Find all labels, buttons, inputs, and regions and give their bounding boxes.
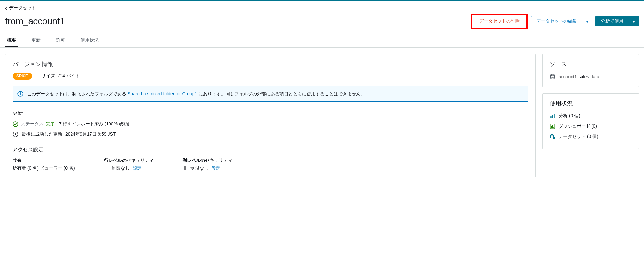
svg-rect-16 [553,127,554,128]
svg-rect-14 [551,126,552,128]
tab-refresh[interactable]: 更新 [30,34,43,47]
usage-panel: 使用状況 分析 (0 個) ダッシュボード (0) データセット (0 個) [542,93,639,149]
spice-badge: SPICE [13,73,32,80]
row-security-value: 制限なし [112,165,130,171]
no-restriction-icon [104,166,109,171]
info-banner-text: このデータセットは、制限されたフォルダである Shared restricted… [27,90,365,97]
col-security-config-link[interactable]: 設定 [212,165,220,171]
page-title: from_account1 [5,16,65,26]
delete-dataset-button[interactable]: データセットの削除 [474,16,525,26]
col-security-value: 制限なし [190,165,208,171]
status-value: 完了 [46,121,55,127]
version-heading: バージョン情報 [13,60,528,68]
svg-rect-7 [184,166,185,170]
size-text: サイズ: 724 バイト [42,73,80,79]
breadcrumb[interactable]: ‹ データセット [5,5,639,11]
access-heading: アクセス設定 [13,146,528,153]
edit-dataset-button[interactable]: データセットの編集 [531,16,582,26]
info-icon [17,91,23,97]
use-in-analysis-button[interactable]: 分析で使用 [595,16,629,26]
col-security-label: 列レベルのセキュリティ [183,158,232,163]
last-success-time: 2024年9月17日 9:59 JST [65,132,116,137]
dataset-icon [550,134,555,140]
svg-rect-5 [104,168,108,168]
svg-rect-11 [552,115,553,118]
svg-rect-12 [554,114,554,118]
tab-usage[interactable]: 使用状況 [79,34,100,47]
svg-rect-15 [552,125,553,128]
usage-dashboard[interactable]: ダッシュボード (0) [559,123,597,129]
edit-dropdown-button[interactable] [582,16,592,26]
tab-permissions[interactable]: 許可 [54,34,67,47]
clock-icon [13,132,18,137]
svg-point-17 [550,134,553,136]
share-label: 共有 [13,158,75,163]
share-value: 所有者 (0 名) ビューワー (0 名) [13,165,75,171]
source-name[interactable]: account1-sales-data [559,74,599,79]
info-banner: このデータセットは、制限されたフォルダである Shared restricted… [13,86,528,102]
row-security-label: 行レベルのセキュリティ [104,158,154,163]
svg-rect-6 [104,169,108,169]
no-restriction-col-icon [183,166,187,171]
svg-point-9 [551,74,554,76]
tab-overview[interactable]: 概要 [5,34,18,47]
status-label: ステータス [21,121,43,127]
restricted-folder-link[interactable]: Shared restricted folder for Group1 [128,91,197,96]
source-panel: ソース account1-sales-data [542,54,639,87]
success-check-icon [13,121,18,127]
svg-rect-10 [550,116,551,118]
breadcrumb-label: データセット [9,5,36,11]
refresh-heading: 更新 [13,110,528,117]
dashboard-icon [550,123,555,129]
row-security-config-link[interactable]: 設定 [133,165,141,171]
database-icon [550,74,555,80]
usage-heading: 使用状況 [550,100,631,107]
use-dropdown-button[interactable] [629,16,639,26]
banner-suffix: にあります。同じフォルダの外部にある項目とともに使用することはできません。 [197,91,365,96]
last-success-label: 最後に成功した更新 [22,132,62,137]
delete-highlight: データセットの削除 [471,14,528,29]
svg-point-1 [20,92,21,93]
source-heading: ソース [550,60,631,68]
status-detail: 7 行をインポート済み (100% 成功) [59,121,129,127]
tabs: 概要 更新 許可 使用状況 [0,34,644,48]
svg-rect-2 [20,93,21,95]
usage-analysis[interactable]: 分析 (0 個) [559,113,580,119]
version-panel: バージョン情報 SPICE サイズ: 724 バイト このデータセットは、制限さ… [5,54,536,177]
banner-prefix: このデータセットは、制限されたフォルダである [27,91,128,96]
usage-dataset[interactable]: データセット (0 個) [559,134,598,140]
analysis-icon [550,113,555,119]
back-chevron-icon[interactable]: ‹ [5,5,7,11]
svg-rect-8 [185,166,186,170]
action-buttons: データセットの削除 データセットの編集 分析で使用 [471,14,639,29]
